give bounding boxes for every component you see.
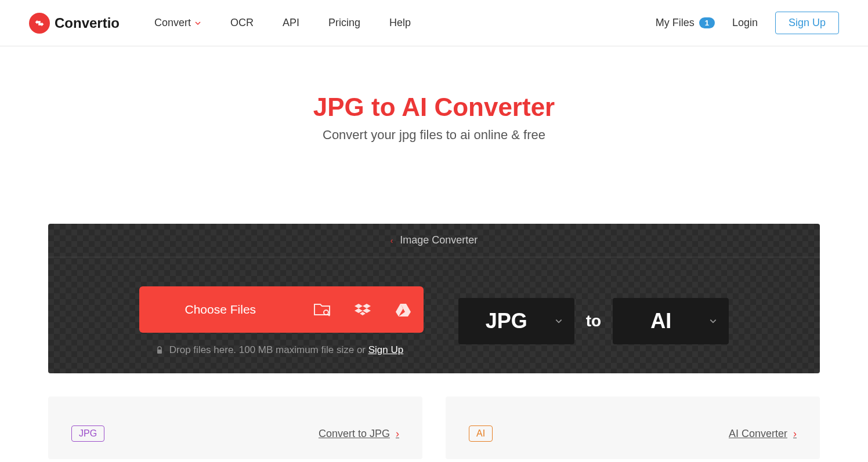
main-header: Convertio Convert OCR API Pricing Help M… — [0, 0, 868, 46]
nav-pricing[interactable]: Pricing — [328, 17, 360, 29]
from-format-select[interactable]: JPG — [458, 298, 574, 344]
drop-signup-link[interactable]: Sign Up — [368, 344, 403, 355]
choose-files-group: Choose Files — [139, 286, 424, 333]
nav-ocr[interactable]: OCR — [230, 17, 254, 29]
chevron-right-icon: › — [793, 428, 797, 440]
jpg-badge: JPG — [71, 425, 104, 442]
upload-area: ‹ Image Converter Choose Files — [48, 224, 820, 373]
nav-convert[interactable]: Convert — [154, 17, 201, 29]
hero-subtitle: Convert your jpg files to ai online & fr… — [12, 128, 856, 143]
ai-badge: AI — [469, 425, 493, 442]
drop-hint: Drop files here. 100 MB maximum file siz… — [139, 344, 424, 356]
dropbox-icon[interactable] — [342, 286, 383, 333]
breadcrumb-link[interactable]: ‹ Image Converter — [48, 224, 820, 257]
info-card-jpg: JPG Convert to JPG › — [48, 396, 422, 459]
login-link[interactable]: Login — [732, 17, 758, 29]
signup-button[interactable]: Sign Up — [775, 12, 839, 34]
hero-section: JPG to AI Converter Convert your jpg fil… — [0, 46, 868, 177]
logo[interactable]: Convertio — [29, 13, 120, 34]
svg-point-0 — [324, 310, 328, 315]
format-row: JPG to AI — [458, 298, 729, 344]
chevron-right-icon: › — [396, 428, 399, 440]
main-nav: Convert OCR API Pricing Help — [154, 17, 656, 29]
convert-to-jpg-link[interactable]: Convert to JPG › — [319, 428, 399, 440]
logo-text: Convertio — [55, 15, 120, 31]
chevron-down-icon — [555, 317, 563, 325]
choose-files-button[interactable]: Choose Files — [139, 303, 302, 317]
to-format-select[interactable]: AI — [613, 298, 729, 344]
logo-icon — [29, 13, 50, 34]
chevron-down-icon — [194, 20, 201, 27]
browse-local-icon[interactable] — [302, 286, 342, 333]
file-count-badge: 1 — [699, 17, 715, 28]
ai-converter-link[interactable]: AI Converter › — [729, 428, 797, 440]
hero-title: JPG to AI Converter — [12, 93, 856, 122]
nav-api[interactable]: API — [283, 17, 299, 29]
google-drive-icon[interactable] — [383, 286, 424, 333]
svg-rect-2 — [157, 350, 162, 354]
info-card-ai: AI AI Converter › — [446, 396, 820, 459]
to-label: to — [586, 312, 601, 330]
header-right: My Files 1 Login Sign Up — [656, 12, 839, 34]
chevron-down-icon — [709, 317, 717, 325]
my-files-link[interactable]: My Files 1 — [656, 17, 715, 29]
lock-icon — [155, 346, 164, 354]
info-cards: JPG Convert to JPG › AI AI Converter › — [48, 396, 820, 459]
nav-help[interactable]: Help — [389, 17, 411, 29]
chevron-left-icon: ‹ — [390, 236, 393, 245]
